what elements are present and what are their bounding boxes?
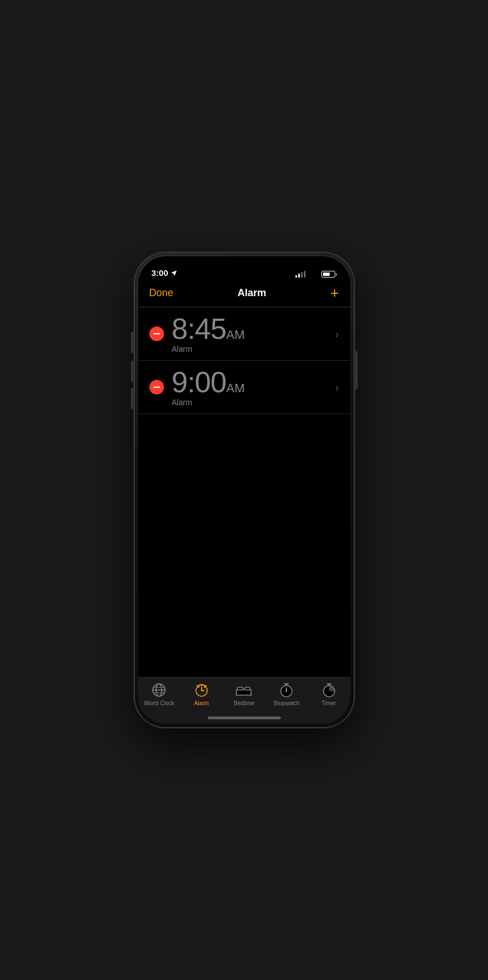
phone-screen: 3:00	[138, 256, 350, 724]
tab-bedtime[interactable]: Bedtime	[223, 682, 266, 706]
tab-alarm[interactable]: Alarm	[180, 682, 223, 706]
chevron-right-icon: ›	[335, 328, 339, 341]
done-button[interactable]: Done	[149, 287, 174, 299]
svg-line-13	[236, 693, 236, 696]
navigation-bar: Done Alarm +	[138, 281, 350, 307]
world-clock-label: World Clock	[144, 700, 174, 706]
chevron-right-icon: ›	[335, 381, 339, 394]
svg-rect-11	[238, 687, 243, 690]
wifi-icon	[309, 271, 318, 278]
tab-stopwatch[interactable]: Stopwatch	[265, 682, 308, 706]
alarm-label: Alarm	[172, 398, 331, 407]
status-time: 3:00	[152, 268, 177, 278]
alarm-hour-min: 8:45	[172, 312, 226, 345]
location-icon	[171, 270, 177, 276]
bedtime-label: Bedtime	[234, 700, 254, 706]
phone-frame: 3:00	[135, 253, 354, 727]
time-display: 3:00	[152, 268, 168, 278]
alarm-time-display: 9:00AM	[172, 368, 331, 397]
alarm-time-display: 8:45AM	[172, 314, 331, 343]
signal-icon	[295, 271, 305, 278]
page-title: Alarm	[238, 287, 266, 299]
stopwatch-icon	[279, 682, 294, 698]
alarm-info: 8:45AM Alarm	[172, 314, 331, 353]
delete-alarm-button[interactable]	[149, 380, 164, 394]
svg-rect-12	[245, 687, 250, 690]
alarm-list: 8:45AM Alarm › 9:00AM Alarm ›	[138, 307, 350, 677]
notch	[200, 256, 288, 273]
timer-label: Timer	[322, 700, 336, 706]
battery-icon	[321, 271, 337, 278]
alarm-info: 9:00AM Alarm	[172, 368, 331, 407]
stopwatch-label: Stopwatch	[273, 700, 300, 706]
svg-point-17	[286, 691, 288, 692]
home-indicator	[208, 716, 281, 719]
timer-icon	[321, 682, 337, 698]
world-clock-icon	[151, 682, 167, 698]
alarm-item[interactable]: 8:45AM Alarm ›	[138, 307, 350, 361]
alarm-hour-min: 9:00	[172, 366, 226, 398]
alarm-tab-label: Alarm	[194, 700, 209, 706]
tab-world-clock[interactable]: World Clock	[138, 682, 181, 706]
add-alarm-button[interactable]: +	[330, 285, 339, 300]
alarm-item[interactable]: 9:00AM Alarm ›	[138, 361, 350, 414]
status-icons	[295, 271, 337, 278]
alarm-label: Alarm	[172, 344, 331, 353]
alarm-tab-icon	[194, 682, 209, 698]
tab-timer[interactable]: Timer	[308, 682, 350, 706]
delete-alarm-button[interactable]	[149, 326, 164, 341]
alarm-ampm: AM	[226, 381, 245, 395]
bedtime-icon	[236, 682, 252, 698]
alarm-ampm: AM	[226, 328, 245, 342]
svg-line-14	[251, 693, 252, 696]
